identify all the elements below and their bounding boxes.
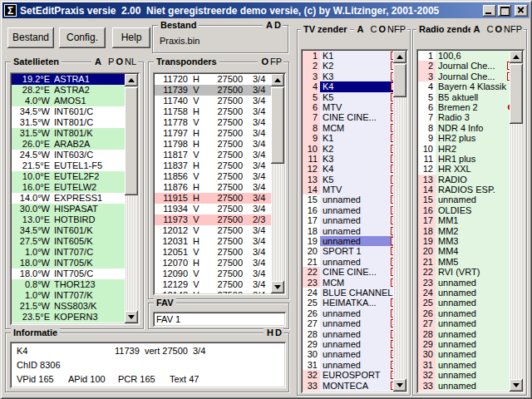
transponder-row[interactable]: 11778V275003/4 [155, 117, 284, 128]
radio-channel-row[interactable]: 14RADIOS ESP. [418, 185, 523, 195]
transponder-row[interactable]: 12129V275003/4 [155, 279, 284, 290]
radio-scrollbar[interactable] [510, 51, 523, 392]
satellite-row[interactable]: 34.5°WINT601/K [12, 225, 138, 236]
tv-channel-row[interactable]: 25HEIMATKA... [303, 298, 406, 308]
app-logo-icon[interactable] [4, 4, 17, 17]
scroll-down-button[interactable] [271, 281, 284, 293]
scroll-down-button[interactable] [393, 379, 406, 392]
transponder-row[interactable]: 11837H275003/4 [155, 160, 284, 171]
tv-channel-row[interactable]: 13K5 [303, 175, 406, 185]
tv-channel-row[interactable]: 12K4 [303, 164, 406, 174]
transponder-row[interactable]: 11758H275003/4 [155, 106, 284, 117]
close-button[interactable] [515, 5, 528, 17]
fav-input[interactable] [153, 312, 286, 327]
tv-channel-row[interactable]: 19unnamed [303, 236, 406, 246]
radio-channel-row[interactable]: 13RADIO [418, 175, 523, 185]
tv-channel-row[interactable]: 15unnamed [303, 195, 406, 204]
transponder-row[interactable]: 11739V275003/4 [155, 85, 284, 96]
transponders-scrollbar[interactable] [271, 74, 284, 293]
scroll-thumb[interactable] [510, 64, 523, 124]
maximize-button[interactable] [498, 5, 511, 17]
tv-channel-row[interactable]: 22CINE CINE... [303, 267, 406, 277]
satellite-row[interactable]: 21.5°WNSS803/K [12, 301, 138, 312]
tv-channel-row[interactable]: 5K5 [303, 92, 406, 102]
radio-channel-row[interactable]: 21MM5 [418, 257, 523, 267]
tv-channel-row[interactable]: 8MCM [303, 123, 406, 133]
tv-channel-row[interactable]: 18unnamed [303, 226, 406, 236]
radio-channel-row[interactable]: 1100,6 [418, 51, 523, 61]
config-button[interactable]: Config. [59, 27, 106, 48]
tv-channel-row[interactable]: 6MTV [303, 102, 406, 112]
radio-channel-row[interactable]: 8NDR 4 Info [418, 123, 523, 133]
transponder-row[interactable]: 12148H275003/4 [155, 290, 284, 293]
radio-channel-row[interactable]: 23unnamed [418, 278, 523, 288]
radio-channel-row[interactable]: 30unnamed [418, 349, 523, 359]
radio-channel-row[interactable]: 6Bremen 2 [418, 102, 523, 112]
satellite-row[interactable]: 0.8°WTHOR123 [12, 279, 138, 290]
satellite-row[interactable]: 24.5°WINT603/C [12, 150, 138, 160]
radio-channel-row[interactable]: 12HR XXL [418, 164, 523, 174]
radio-channel-row[interactable]: 22RVI (VRT) [418, 267, 523, 277]
radio-channel-row[interactable]: 5B5 aktuell [418, 92, 523, 102]
bestand-button[interactable]: Bestand [7, 27, 54, 48]
radio-channel-row[interactable]: 24unnamed [418, 288, 523, 298]
satellite-row[interactable]: 18.0°WINT705/K [12, 258, 138, 268]
tv-channel-row[interactable]: 4K4 [303, 81, 406, 91]
satellite-row[interactable]: 21.5°EEUTEL1-F5 [12, 160, 138, 171]
tv-channel-row[interactable]: 14MTV [303, 185, 406, 195]
tv-channel-row[interactable]: 10K2 [303, 144, 406, 154]
satellite-row[interactable]: 31.5°WINT801/C [12, 117, 138, 128]
titlebar[interactable]: SetEditPraxis versie 2.00 Niet geregistr… [2, 2, 530, 18]
radio-channel-row[interactable]: 3Journal Che... [418, 71, 523, 81]
tv-channel-row[interactable]: 20SPORT 1 [303, 246, 406, 256]
tv-channel-row[interactable]: 1K1 [303, 51, 406, 61]
radio-channel-row[interactable]: 29unnamed [418, 339, 523, 349]
satellite-row[interactable]: 4.0°WAMOS1 [12, 96, 138, 106]
scroll-down-button[interactable] [510, 379, 523, 392]
scroll-down-button[interactable] [125, 311, 138, 323]
transponder-row[interactable]: 11720H275003/4 [155, 74, 284, 85]
radio-channel-row[interactable]: 10HR2 [418, 144, 523, 154]
scroll-thumb[interactable] [271, 87, 284, 164]
radio-channel-row[interactable]: 28unnamed [418, 329, 523, 339]
radio-channel-row[interactable]: 27unnamed [418, 318, 523, 328]
transponder-row[interactable]: 11798H275003/4 [155, 139, 284, 150]
transponder-row[interactable]: 11915H275003/4 [155, 193, 284, 204]
scroll-thumb[interactable] [393, 64, 406, 97]
tv-channel-row[interactable]: 11K3 [303, 154, 406, 164]
radio-channel-row[interactable]: 33unnamed [418, 381, 523, 391]
satellite-row[interactable]: 28.2°EASTRA2 [12, 85, 138, 96]
satellite-row[interactable]: 34.5°WINT601/C [12, 106, 138, 117]
radio-channel-row[interactable]: 16OLDIES [418, 205, 523, 215]
tv-channel-row[interactable]: 3K3 [303, 71, 406, 81]
radio-channel-row[interactable]: 20MM4 [418, 246, 523, 256]
minimize-button[interactable] [483, 5, 496, 17]
radio-channel-row[interactable]: 26unnamed [418, 308, 523, 318]
transponder-row[interactable]: 11876H275003/4 [155, 182, 284, 193]
scroll-thumb[interactable] [125, 87, 138, 195]
scroll-up-button[interactable] [510, 51, 523, 63]
transponder-row[interactable]: 11934V275003/4 [155, 204, 284, 214]
tv-channel-row[interactable]: 27unnamed [303, 318, 406, 328]
satellite-row[interactable]: 30.0°WHISPASAT [12, 204, 138, 214]
tv-channel-row[interactable]: 21unnamed [303, 257, 406, 267]
scroll-up-button[interactable] [393, 51, 406, 63]
radio-channel-row[interactable]: 15unnamed [418, 195, 523, 204]
tv-channel-row[interactable]: 28unnamed [303, 329, 406, 339]
scroll-up-button[interactable] [271, 74, 284, 86]
transponder-row[interactable]: 12031H275003/4 [155, 236, 284, 247]
transponder-row[interactable]: 11973V275002/3 [155, 214, 284, 225]
tv-channel-row[interactable]: 33MONTECA [303, 381, 406, 391]
satellite-row[interactable]: 26.0°EARAB2A [12, 139, 138, 150]
tv-channel-row[interactable]: 16unnamed [303, 205, 406, 215]
radio-channel-row[interactable]: 17MM1 [418, 215, 523, 225]
transponder-row[interactable]: 12051V275003/4 [155, 247, 284, 258]
satellites-scrollbar[interactable] [125, 74, 138, 323]
satellite-row[interactable]: 18.0°WINT705/C [12, 268, 138, 279]
radio-channel-row[interactable]: 7Radio 3 [418, 112, 523, 122]
radio-channel-row[interactable]: 25unnamed [418, 298, 523, 308]
tv-channel-row[interactable]: 24BLUE CHANNEL [303, 288, 406, 298]
tv-channel-row[interactable]: 32EUROSPORT [303, 370, 406, 380]
radio-channel-row[interactable]: 32unnamed [418, 370, 523, 380]
transponder-row[interactable]: 11856V275003/4 [155, 171, 284, 182]
